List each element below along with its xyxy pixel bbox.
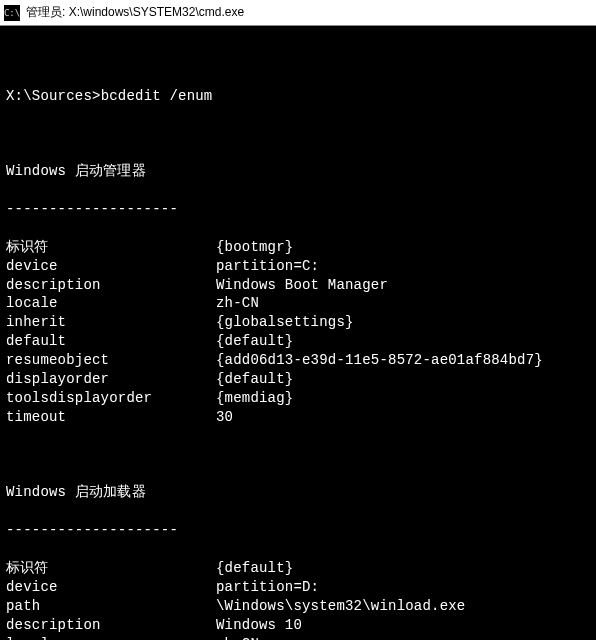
output-row: descriptionWindows Boot Manager	[6, 276, 590, 295]
output-value: {add06d13-e39d-11e5-8572-ae01af884bd7}	[216, 351, 590, 370]
output-value: \Windows\system32\winload.exe	[216, 597, 590, 616]
window-title: 管理员: X:\windows\SYSTEM32\cmd.exe	[26, 4, 244, 21]
prompt-path: X:\Sources>	[6, 87, 101, 106]
output-key: default	[6, 332, 216, 351]
output-row: localezh-CN	[6, 635, 590, 641]
output-value: 30	[216, 408, 590, 427]
output-key: resumeobject	[6, 351, 216, 370]
output-key: timeout	[6, 408, 216, 427]
terminal-output[interactable]: X:\Sources>bcdedit /enum Windows 启动管理器 -…	[0, 26, 596, 640]
output-key: locale	[6, 635, 216, 641]
output-row: devicepartition=C:	[6, 257, 590, 276]
output-row: default{default}	[6, 332, 590, 351]
output-row: timeout30	[6, 408, 590, 427]
output-key: device	[6, 578, 216, 597]
output-row: devicepartition=D:	[6, 578, 590, 597]
output-value: {bootmgr}	[216, 238, 590, 257]
section-title: Windows 启动加载器	[6, 483, 590, 502]
window-titlebar[interactable]: C:\ 管理员: X:\windows\SYSTEM32\cmd.exe	[0, 0, 596, 26]
output-row: displayorder{default}	[6, 370, 590, 389]
output-row: path\Windows\system32\winload.exe	[6, 597, 590, 616]
output-value: {globalsettings}	[216, 313, 590, 332]
section-divider: --------------------	[6, 521, 590, 540]
output-value: zh-CN	[216, 635, 590, 641]
output-key: description	[6, 616, 216, 635]
output-value: zh-CN	[216, 294, 590, 313]
output-key: description	[6, 276, 216, 295]
output-value: partition=D:	[216, 578, 590, 597]
output-value: {default}	[216, 559, 590, 578]
section-title: Windows 启动管理器	[6, 162, 590, 181]
output-value: partition=C:	[216, 257, 590, 276]
cmd-icon: C:\	[4, 5, 20, 21]
output-key: 标识符	[6, 238, 216, 257]
output-row: resumeobject{add06d13-e39d-11e5-8572-ae0…	[6, 351, 590, 370]
output-row: descriptionWindows 10	[6, 616, 590, 635]
output-row: 标识符{default}	[6, 559, 590, 578]
output-value: {memdiag}	[216, 389, 590, 408]
output-key: toolsdisplayorder	[6, 389, 216, 408]
output-key: displayorder	[6, 370, 216, 389]
output-key: path	[6, 597, 216, 616]
section-divider: --------------------	[6, 200, 590, 219]
output-value: Windows 10	[216, 616, 590, 635]
output-row: 标识符{bootmgr}	[6, 238, 590, 257]
output-key: device	[6, 257, 216, 276]
output-row: toolsdisplayorder{memdiag}	[6, 389, 590, 408]
output-key: locale	[6, 294, 216, 313]
output-row: inherit{globalsettings}	[6, 313, 590, 332]
prompt-command: bcdedit /enum	[101, 87, 213, 106]
output-value: {default}	[216, 332, 590, 351]
output-key: 标识符	[6, 559, 216, 578]
prompt-line: X:\Sources>bcdedit /enum	[6, 87, 590, 106]
output-key: inherit	[6, 313, 216, 332]
output-value: {default}	[216, 370, 590, 389]
output-value: Windows Boot Manager	[216, 276, 590, 295]
output-row: localezh-CN	[6, 294, 590, 313]
